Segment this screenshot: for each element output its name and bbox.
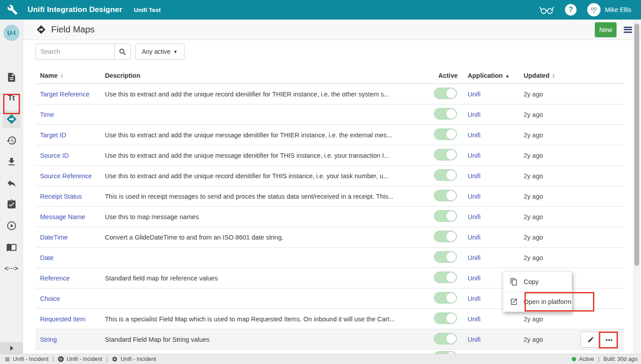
active-toggle[interactable]	[434, 108, 457, 120]
table-row: Target Reference Use this to extract and…	[36, 84, 624, 104]
application-link[interactable]: Unifi	[468, 254, 481, 261]
sidebar-item-import[interactable]	[3, 153, 20, 171]
chevron-down-icon: ▼	[173, 49, 178, 54]
workspace-logo[interactable]: U-I	[4, 25, 20, 41]
sidebar-item-text-maps[interactable]: Tt	[3, 89, 20, 107]
column-header-application[interactable]: Application ▲	[468, 72, 524, 79]
active-toggle[interactable]	[434, 88, 457, 99]
copy-icon	[510, 278, 518, 286]
built-label: Built: 30d ago	[604, 356, 637, 362]
updated-value: 2y ago	[524, 254, 624, 261]
fieldmap-name-link[interactable]: Source ID	[40, 152, 68, 159]
table-row: Source Reference Use this to extract and…	[36, 166, 624, 186]
fieldmap-name-link[interactable]: Target ID	[40, 132, 66, 139]
new-button[interactable]: New	[595, 22, 617, 37]
fieldmap-description: Use this to extract and add the unique m…	[105, 132, 434, 139]
ellipsis-icon: •••	[605, 336, 613, 343]
expand-icon	[10, 346, 14, 351]
fieldmap-name-link[interactable]: Target Reference	[40, 91, 89, 98]
active-toggle[interactable]	[434, 169, 457, 181]
sidebar-item-field-maps[interactable]	[3, 110, 20, 128]
application-link[interactable]: Unifi	[468, 111, 481, 118]
active-toggle[interactable]	[434, 251, 457, 263]
active-toggle[interactable]	[434, 231, 457, 242]
application-link[interactable]: Unifi	[468, 193, 481, 200]
sidebar-item-scripts[interactable]: <···>	[3, 260, 20, 277]
active-toggle[interactable]	[434, 149, 457, 160]
fieldmap-name-link[interactable]: Time	[40, 111, 54, 118]
edit-button[interactable]	[581, 332, 601, 348]
application-link[interactable]: Unifi	[468, 234, 481, 241]
sidebar-item-run[interactable]	[3, 217, 20, 235]
search-input[interactable]	[36, 44, 114, 60]
fieldmap-name-link[interactable]: Source Reference	[40, 172, 92, 180]
updated-value: 2y ago	[524, 234, 624, 241]
table-row	[36, 350, 624, 354]
table-row: Target ID Use this to extract and add th…	[36, 125, 624, 145]
row-actions: •••	[581, 332, 618, 348]
context-menu-copy[interactable]: Copy	[503, 272, 572, 292]
sidebar-expand-button[interactable]	[0, 342, 23, 354]
sort-icon: ▲▼	[60, 73, 64, 78]
column-header-name[interactable]: Name ▲▼	[40, 72, 105, 79]
active-filter-dropdown[interactable]: Any active ▼	[135, 44, 184, 60]
fieldmap-name-link[interactable]: Requested Item	[40, 316, 85, 323]
sidebar-item-response[interactable]	[3, 174, 20, 192]
sidebar-item-documents[interactable]	[3, 68, 20, 86]
fieldmap-description: Use this to extract and add the unique m…	[105, 152, 434, 159]
updated-value: 2y ago	[524, 152, 624, 159]
user-name[interactable]: Mike Ellis	[605, 6, 631, 13]
scrollbar-track[interactable]	[633, 20, 640, 354]
column-header-description[interactable]: Description	[105, 72, 434, 79]
fieldmap-name-link[interactable]: Choice	[40, 295, 60, 302]
active-toggle[interactable]	[434, 292, 457, 304]
status-bar: Unifi - Incident | Unifi - Incident | Un…	[0, 354, 641, 364]
row-context-menu: Copy Open in platform	[503, 271, 572, 312]
application-link[interactable]: Unifi	[468, 275, 481, 282]
application-link[interactable]: Unifi	[468, 316, 481, 323]
application-link[interactable]: Unifi	[468, 152, 481, 159]
sort-asc-icon: ▲	[505, 73, 510, 78]
environment-name[interactable]: Unifi Test	[134, 7, 161, 13]
application-link[interactable]: Unifi	[468, 132, 481, 139]
application-link[interactable]: Unifi	[468, 172, 481, 180]
menu-icon[interactable]	[624, 27, 632, 33]
sort-icon: ▲▼	[552, 73, 555, 78]
more-actions-button[interactable]: •••	[601, 332, 618, 348]
help-icon[interactable]: ?	[565, 4, 577, 16]
updated-value: 2y ago	[524, 213, 624, 220]
fieldmap-name-link[interactable]: DateTime	[40, 234, 68, 241]
application-link[interactable]: Unifi	[468, 336, 481, 343]
context-menu-open-in-platform[interactable]: Open in platform	[503, 292, 572, 311]
fieldmap-name-link[interactable]: String	[40, 336, 57, 343]
sidebar-item-history[interactable]	[3, 132, 20, 149]
search-button[interactable]	[114, 44, 131, 60]
active-toggle[interactable]	[434, 210, 457, 222]
statusbar-integration-1[interactable]: Unifi - Incident	[4, 356, 48, 362]
top-bar: Unifi Integration Designer Unifi Test ? …	[0, 0, 641, 20]
application-link[interactable]: Unifi	[468, 213, 481, 220]
tasks-icon	[6, 199, 17, 210]
column-header-updated[interactable]: Updated ▲▼	[524, 72, 624, 79]
preview-glasses-icon[interactable]	[539, 4, 554, 15]
sidebar-item-tasks[interactable]	[3, 196, 20, 213]
active-toggle[interactable]	[434, 272, 457, 283]
fieldmap-name-link[interactable]: Reference	[40, 275, 70, 282]
fieldmap-name-link[interactable]: Message Name	[40, 213, 85, 220]
statusbar-integration-2[interactable]: Unifi - Incident	[58, 356, 102, 362]
user-avatar[interactable]	[587, 3, 601, 16]
active-toggle[interactable]	[434, 312, 457, 324]
statusbar-integration-3[interactable]: Unifi - Incident	[112, 356, 156, 362]
sidebar-item-documentation[interactable]	[3, 238, 20, 256]
scrollbar-thumb[interactable]	[634, 24, 639, 266]
active-toggle[interactable]	[434, 128, 457, 140]
field-maps-title-icon	[36, 25, 46, 34]
fieldmap-name-link[interactable]: Receipt Status	[40, 193, 82, 200]
table-row: Message Name Use this to map message nam…	[36, 207, 624, 227]
application-link[interactable]: Unifi	[468, 91, 481, 98]
active-toggle[interactable]	[434, 190, 457, 201]
application-link[interactable]: Unifi	[468, 295, 481, 302]
active-toggle[interactable]	[434, 333, 457, 344]
column-header-active[interactable]: Active	[434, 72, 468, 79]
fieldmap-name-link[interactable]: Date	[40, 254, 54, 261]
